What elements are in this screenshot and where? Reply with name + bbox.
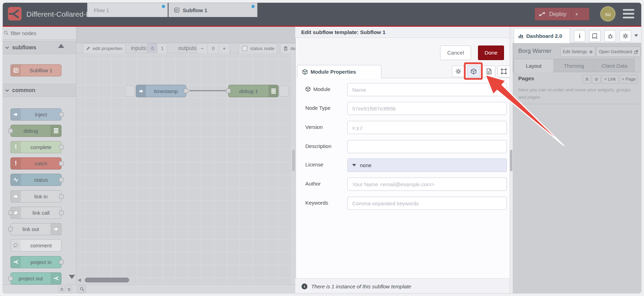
done-button[interactable]: Done	[478, 46, 504, 60]
add-link-button[interactable]: + Link	[601, 75, 619, 84]
workspace-tabbar	[76, 27, 295, 43]
canvas-node-debug-1[interactable]: debug 1	[228, 85, 279, 97]
sidebar-tab-client-data[interactable]: Client Data	[594, 59, 635, 73]
input-port	[8, 227, 13, 231]
sidebar-tab-dashboard[interactable]: Dashboard 2.0	[514, 28, 570, 43]
palette-node-inject[interactable]: inject	[10, 108, 61, 121]
palette-scroll-down-icon[interactable]	[68, 274, 75, 280]
main-menu-button[interactable]	[623, 9, 634, 19]
module-input[interactable]	[347, 83, 507, 96]
palette-expand-all-button[interactable]	[66, 286, 72, 293]
output-port[interactable]	[184, 89, 188, 93]
palette-node-label: status	[21, 174, 61, 186]
description-input[interactable]	[347, 140, 507, 153]
field-label-description: Description	[305, 143, 331, 149]
palette-scroll-up-icon[interactable]	[58, 43, 65, 49]
output-port	[59, 178, 64, 182]
pages-move-up-button[interactable]	[583, 75, 591, 84]
input-port[interactable]	[226, 89, 231, 93]
palette-filter-input[interactable]	[10, 29, 69, 37]
tab-subflow-1[interactable]: Subflow 1	[168, 3, 257, 17]
palette-node-link-out[interactable]: link out	[10, 223, 61, 235]
bug-icon	[608, 33, 613, 39]
outputs-minus-button[interactable]: −	[197, 43, 208, 54]
deploy-button[interactable]: Deploy ▼	[535, 8, 589, 20]
edit-properties-button[interactable]: edit properties	[83, 43, 126, 54]
avatar-initials: su	[605, 11, 611, 17]
dialog-title: Edit subflow template: Subflow 1	[301, 29, 386, 35]
input-port	[8, 211, 13, 215]
tab-flow-1[interactable]: Flow 1	[87, 3, 168, 17]
instance-count-text: There is 1 instance of this subflow temp…	[311, 283, 411, 289]
author-input[interactable]	[347, 178, 507, 191]
palette-collapse-all-button[interactable]	[58, 286, 65, 293]
license-select[interactable]: none	[347, 158, 507, 172]
search-icon	[80, 287, 84, 291]
subflow-output-stub[interactable]	[279, 85, 289, 97]
field-label-module: Module	[305, 86, 330, 92]
pages-move-down-button[interactable]	[592, 75, 601, 84]
input-port	[8, 129, 13, 133]
link-arrow-icon	[11, 191, 21, 202]
version-input[interactable]	[347, 121, 507, 134]
properties-tab-button[interactable]	[452, 66, 465, 77]
sidebar-more-caret-icon[interactable]	[634, 34, 638, 37]
deploy-label: Deploy	[549, 11, 567, 17]
palette-node-complete[interactable]: ! complete	[10, 141, 61, 153]
palette-search[interactable]	[2, 27, 76, 40]
palette-node-project-in[interactable]: project in	[10, 256, 61, 268]
unsaved-changes-dot	[251, 5, 255, 8]
inputs-0-button[interactable]: 0	[147, 43, 158, 54]
palette-node-project-out[interactable]: project out	[10, 272, 61, 285]
user-avatar[interactable]: su	[600, 6, 616, 22]
sidebar-tab-theming[interactable]: Theming	[554, 59, 594, 73]
cube-icon	[305, 87, 311, 92]
palette-node-catch[interactable]: ! catch	[10, 157, 61, 170]
output-port	[59, 112, 64, 117]
palette-node-comment[interactable]: comment	[10, 239, 61, 252]
horizontal-scrollbar-thumb[interactable]	[85, 278, 129, 282]
palette-node-link-in[interactable]: link in	[10, 190, 61, 203]
debug-tab-button[interactable]	[604, 30, 616, 42]
status-node-checkbox[interactable]: status node	[239, 43, 278, 54]
deploy-dropdown-caret-icon[interactable]: ▼	[575, 12, 579, 16]
add-page-button[interactable]: + Page	[620, 75, 638, 84]
tab-module-properties[interactable]: Module Properties	[297, 65, 381, 78]
palette-node-label: link in	[21, 191, 61, 202]
canvas-search-button[interactable]	[78, 285, 86, 293]
keywords-input[interactable]	[347, 197, 507, 210]
dialog-vscroll-thumb[interactable]	[510, 150, 512, 171]
i-icon: i	[579, 33, 580, 40]
edit-settings-button[interactable]: Edit Settings	[560, 47, 595, 57]
checkbox-icon	[242, 46, 247, 51]
outputs-plus-button[interactable]: +	[218, 43, 230, 54]
dialog-header: Edit subflow template: Subflow 1	[295, 27, 510, 38]
workspace-vscroll-thumb[interactable]	[292, 150, 295, 171]
inputs-1-button[interactable]: 1	[157, 43, 167, 54]
output-port	[59, 161, 64, 166]
help-tab-button[interactable]	[589, 30, 601, 42]
search-icon	[4, 31, 9, 35]
cancel-button[interactable]: Cancel	[440, 46, 471, 60]
tab-label: Subflow 1	[183, 7, 207, 13]
palette-node-subflow-1[interactable]: Subflow 1	[10, 64, 61, 76]
appearance-tab-button[interactable]	[497, 66, 510, 77]
hamburger-icon	[623, 9, 634, 11]
gear-icon	[455, 68, 461, 74]
double-chevron-up-icon	[585, 77, 589, 81]
node-red-logo-icon	[8, 7, 22, 20]
palette-node-link-call[interactable]: link call	[10, 207, 61, 219]
palette-node-status[interactable]: status	[10, 174, 61, 186]
palette-node-debug[interactable]: debug	[10, 125, 61, 137]
sidebar-tab-layout[interactable]: Layout	[514, 59, 554, 73]
palette-category-subflows[interactable]: subflows	[2, 41, 76, 54]
module-properties-tab-button[interactable]	[467, 66, 480, 77]
node-type-input[interactable]	[347, 102, 507, 115]
canvas-node-timestamp[interactable]: timestamp	[136, 85, 186, 97]
description-tab-button[interactable]	[482, 66, 495, 77]
palette-category-common[interactable]: common	[2, 84, 76, 97]
hscroll-left-arrow[interactable]	[77, 278, 82, 282]
settings-tab-button[interactable]	[620, 30, 631, 42]
info-tab-button[interactable]: i	[574, 30, 585, 42]
open-dashboard-button[interactable]: Open Dashboard	[596, 47, 641, 57]
